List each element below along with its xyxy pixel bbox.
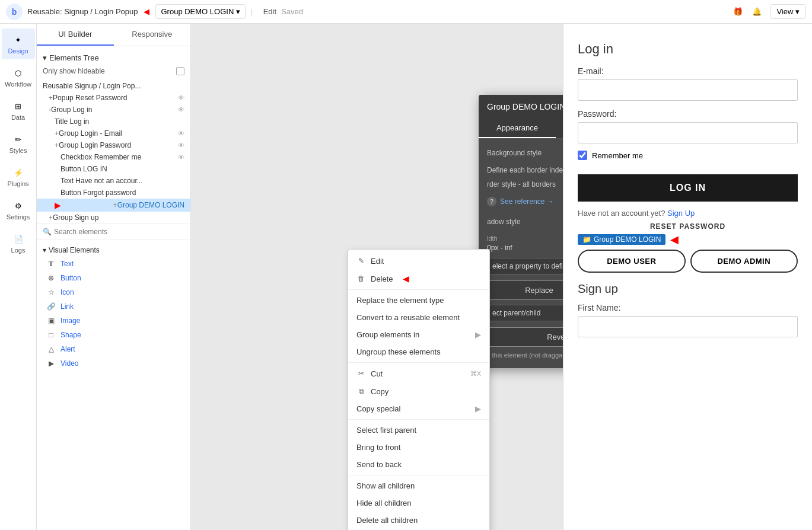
tree-item-group-login[interactable]: -Group Log in 👁 xyxy=(37,104,190,116)
login-title: Log in xyxy=(578,41,798,57)
ctx-select-parent[interactable]: Select first parent xyxy=(348,422,489,439)
bg-style-row: Background style None ▾ xyxy=(487,146,563,160)
group-dropdown[interactable]: Group DEMO LOGIN ▾ xyxy=(155,4,246,19)
tree-item-button-login[interactable]: Button LOG IN xyxy=(37,163,190,175)
sidebar-item-styles[interactable]: ✏ Styles xyxy=(2,128,35,159)
sidebar-item-design[interactable]: ✦ Design xyxy=(2,28,35,59)
tab-ui-builder[interactable]: UI Builder xyxy=(37,24,114,46)
remember-checkbox[interactable] xyxy=(578,151,587,160)
ctx-ungroup[interactable]: Ungroup these elements xyxy=(348,343,489,360)
first-name-label: First Name: xyxy=(578,303,798,312)
search-elements-input[interactable] xyxy=(54,228,184,236)
ve-button[interactable]: ⊕ Button xyxy=(37,271,190,285)
ve-image[interactable]: ▣ Image xyxy=(37,314,190,328)
chevron-down-icon: ▾ xyxy=(236,7,240,16)
settings-icon: ⚙ xyxy=(12,199,25,212)
group-demo-badge[interactable]: 📁 Group DEMO LOGIN xyxy=(578,234,665,245)
see-reference-link[interactable]: See reference → xyxy=(500,197,554,206)
tree-item-group-signup[interactable]: +Group Sign up xyxy=(37,212,190,224)
bell-icon[interactable]: 🔔 xyxy=(751,6,763,18)
transition-select[interactable]: elect a property to define a new transit… xyxy=(487,258,563,274)
elements-panel: UI Builder Responsive ▾ Elements Tree On… xyxy=(37,24,191,530)
link-type-icon: 🔗 xyxy=(46,302,56,311)
parent-select[interactable]: ect parent/child ▾ xyxy=(487,305,563,321)
only-show-checkbox[interactable] xyxy=(176,67,184,75)
login-button[interactable]: LOG IN xyxy=(578,174,798,202)
cut-icon: ✂ xyxy=(356,369,366,378)
tree-item-group-email[interactable]: +Group Login - Email 👁 xyxy=(37,127,190,139)
width-dim: ldth 0px - inf xyxy=(487,235,512,252)
sidebar-item-logs[interactable]: 📄 Logs xyxy=(2,228,35,258)
sidebar-item-data[interactable]: ⊞ Data xyxy=(2,95,35,126)
ctx-delete[interactable]: 🗑 Delete ◀ xyxy=(348,270,489,288)
ve-shape[interactable]: □ Shape xyxy=(37,328,190,342)
ve-alert[interactable]: △ Alert xyxy=(37,342,190,356)
replace-btn[interactable]: Replace xyxy=(487,280,563,300)
app-logo[interactable]: b xyxy=(6,4,23,20)
search-icon: 🔍 xyxy=(43,228,52,236)
email-input[interactable] xyxy=(578,79,798,101)
tree-item-title-login[interactable]: Title Log in xyxy=(37,116,190,127)
first-name-input[interactable] xyxy=(578,316,798,337)
badge-arrow: ◀ xyxy=(670,233,679,246)
folder-icon: 📁 xyxy=(582,235,591,244)
width-label: ldth xyxy=(487,235,512,242)
ctx-send-back[interactable]: Send to back xyxy=(348,456,489,473)
tree-item-text-no-account[interactable]: Text Have not an accour... xyxy=(37,175,190,187)
only-show-label: Only show hideable xyxy=(43,67,105,75)
sidebar-item-settings[interactable]: ⚙ Settings xyxy=(2,194,35,225)
border-style-row: rder style - all borders Roundness xyxy=(487,180,563,189)
topbar-right: 🎁 🔔 View ▾ xyxy=(732,4,806,19)
props-tabs: Appearance Layout Conditional xyxy=(479,119,563,139)
tree-item-checkbox-remember[interactable]: Checkbox Remember me 👁 xyxy=(37,151,190,163)
edit-label[interactable]: Edit xyxy=(263,7,276,16)
reveal-btn[interactable]: Reveal in the Elements tree xyxy=(487,327,563,347)
signup-title: Sign up xyxy=(578,282,798,296)
sidebar-item-plugins[interactable]: ⚡ Plugins xyxy=(2,161,35,192)
icon-sidebar: ✦ Design ⬡ Workflow ⊞ Data ✏ Styles ⚡ Pl… xyxy=(0,24,37,530)
width-value: 0px - inf xyxy=(487,244,512,252)
tree-header: ▾ Elements Tree xyxy=(37,51,190,65)
ve-icon[interactable]: ☆ Icon xyxy=(37,285,190,299)
tree-item-button-forgot[interactable]: Button Forgot password xyxy=(37,187,190,199)
ve-text[interactable]: T Text xyxy=(37,257,190,271)
password-input[interactable] xyxy=(578,122,798,143)
tree-item-group-password[interactable]: +Group Login Password 👁 xyxy=(37,139,190,151)
demo-user-button[interactable]: DEMO USER xyxy=(578,250,686,273)
ve-video[interactable]: ▶ Video xyxy=(37,356,190,371)
styles-label: Styles xyxy=(9,147,27,154)
ctx-replace-type[interactable]: Replace the element type xyxy=(348,292,489,309)
demo-buttons-row: DEMO USER DEMO ADMIN xyxy=(578,250,798,273)
view-button[interactable]: View ▾ xyxy=(770,4,806,19)
ve-link[interactable]: 🔗 Link xyxy=(37,299,190,314)
alert-type-icon: △ xyxy=(46,344,56,354)
workflow-label: Workflow xyxy=(5,81,31,88)
gift-icon[interactable]: 🎁 xyxy=(732,6,744,18)
props-tab-layout[interactable]: Layout xyxy=(556,119,563,138)
ctx-copy[interactable]: ⧉ Copy xyxy=(348,382,489,400)
ctx-bring-front[interactable]: Bring to front xyxy=(348,439,489,456)
ctx-cut[interactable]: ✂ Cut ⌘X xyxy=(348,365,489,382)
transition-row: elect a property to define a new transit… xyxy=(487,258,563,274)
video-type-icon: ▶ xyxy=(46,359,56,368)
ctx-copy-special[interactable]: Copy special ▶ xyxy=(348,400,489,417)
props-tab-appearance[interactable]: Appearance xyxy=(479,119,556,138)
visual-section-header: ▾ Visual Elements xyxy=(37,244,190,257)
ctx-delete-children[interactable]: Delete all children xyxy=(348,512,489,529)
ctx-show-children[interactable]: Show all children xyxy=(348,477,489,494)
canvas-area[interactable]: Group DEMO LOGIN ▶ ℹ 💬 ✕ Appearance Layo… xyxy=(191,24,563,530)
tree-item-group-demo-login[interactable]: ▶ +Group DEMO LOGIN xyxy=(37,199,190,212)
sidebar-item-workflow[interactable]: ⬡ Workflow xyxy=(2,62,35,92)
question-icon: ? xyxy=(487,197,496,206)
ctx-edit[interactable]: ✎ Edit xyxy=(348,252,489,270)
tree-item-popup-reset[interactable]: +Popup Reset Password 👁 xyxy=(37,92,190,104)
ctx-convert-reusable[interactable]: Convert to a reusable element xyxy=(348,309,489,326)
image-type-icon: ▣ xyxy=(46,316,56,325)
tab-responsive[interactable]: Responsive xyxy=(114,24,191,46)
ctx-hide-children[interactable]: Hide all children xyxy=(348,494,489,512)
sign-up-link[interactable]: Sign Up xyxy=(667,209,695,218)
ctx-group-elements[interactable]: Group elements in ▶ xyxy=(348,326,489,343)
tree-item-reusable[interactable]: Reusable Signup / Login Pop... xyxy=(37,80,190,92)
demo-admin-button[interactable]: DEMO ADMIN xyxy=(690,250,798,273)
props-header: Group DEMO LOGIN ▶ ℹ 💬 ✕ xyxy=(479,95,563,119)
